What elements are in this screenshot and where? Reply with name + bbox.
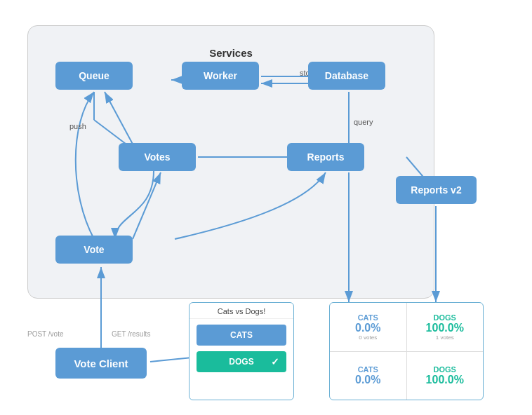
label-get: GET /results bbox=[112, 330, 150, 338]
label-post: POST /vote bbox=[27, 330, 64, 338]
voting-widget: Cats vs Dogs! CATS DOGS ✓ bbox=[189, 302, 294, 400]
node-queue: Queue bbox=[55, 62, 133, 90]
check-icon: ✓ bbox=[271, 356, 279, 367]
cats-votes-1: 0 votes bbox=[359, 334, 377, 341]
voting-widget-title: Cats vs Dogs! bbox=[189, 303, 293, 319]
diagram-wrapper: Services bbox=[13, 11, 519, 404]
cats-label-2: CATS bbox=[358, 365, 378, 374]
dogs-label-2: DOGS bbox=[434, 365, 456, 374]
dogs-pct-1: 100.0% bbox=[426, 322, 464, 334]
cats-label-1: CATS bbox=[358, 313, 378, 322]
node-reports: Reports bbox=[287, 143, 364, 171]
label-query: query bbox=[354, 118, 373, 126]
dogs-pct-2: 100.0% bbox=[426, 374, 464, 386]
node-database: Database bbox=[308, 62, 385, 90]
node-vote: Vote bbox=[55, 236, 133, 264]
dogs-label-1: DOGS bbox=[434, 313, 456, 322]
results-cell-cats-2: CATS 0.0% bbox=[330, 352, 406, 400]
label-push: push bbox=[69, 122, 86, 130]
voting-btn-cats[interactable]: CATS bbox=[197, 325, 286, 346]
node-reportsv2: Reports v2 bbox=[396, 176, 477, 204]
node-worker: Worker bbox=[182, 62, 259, 90]
results-row-2: CATS 0.0% DOGS 100.0% bbox=[330, 351, 483, 400]
results-cell-dogs-2: DOGS 100.0% bbox=[406, 352, 484, 400]
cats-pct-1: 0.0% bbox=[355, 322, 380, 334]
node-voteclient: Vote Client bbox=[55, 348, 147, 379]
results-row-1: CATS 0.0% 0 votes DOGS 100.0% 1 votes bbox=[330, 303, 483, 351]
results-widget: CATS 0.0% 0 votes DOGS 100.0% 1 votes CA… bbox=[329, 302, 484, 400]
results-cell-cats-1: CATS 0.0% 0 votes bbox=[330, 303, 406, 351]
results-cell-dogs-1: DOGS 100.0% 1 votes bbox=[406, 303, 484, 351]
cats-pct-2: 0.0% bbox=[355, 374, 380, 386]
dogs-votes-1: 1 votes bbox=[436, 334, 454, 341]
node-votes: Votes bbox=[119, 143, 196, 171]
voting-btn-dogs[interactable]: DOGS ✓ bbox=[197, 351, 286, 372]
services-label: Services bbox=[209, 47, 253, 59]
